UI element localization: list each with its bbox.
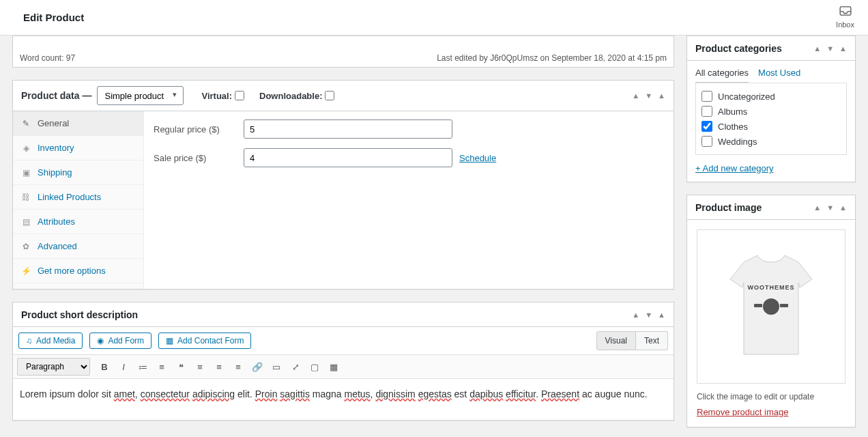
tag-icon: ◈	[21, 143, 31, 153]
link-icon: ⛓	[21, 193, 31, 202]
move-up-icon[interactable]: ▲	[632, 91, 639, 100]
category-checkbox[interactable]	[701, 106, 712, 117]
link-button[interactable]: 🔗	[248, 358, 266, 376]
inbox-icon	[836, 5, 854, 18]
contact-form-icon: ▦	[166, 336, 173, 346]
tshirt-icon: WOOTHEMES	[723, 252, 819, 361]
form-icon: ◉	[97, 336, 104, 346]
category-checkbox[interactable]	[701, 91, 712, 102]
collapse-icon[interactable]: ▲	[658, 311, 665, 319]
tab-inventory[interactable]: ◈Inventory	[13, 136, 143, 160]
move-up-icon[interactable]: ▲	[813, 203, 821, 212]
regular-price-label: Regular price ($)	[154, 124, 244, 135]
remove-image-link[interactable]: Remove product image	[697, 407, 788, 417]
categories-title: Product categories	[695, 43, 813, 54]
italic-button[interactable]: I	[115, 358, 132, 376]
all-categories-tab[interactable]: All categories	[695, 68, 749, 83]
product-data-panel: Product data — Simple product Virtual: D…	[12, 80, 674, 290]
tab-attributes[interactable]: ▤Attributes	[13, 210, 143, 234]
toolbar-toggle-button[interactable]: ▦	[325, 358, 343, 376]
category-item[interactable]: Uncategorized	[701, 89, 841, 104]
move-down-icon[interactable]: ▼	[826, 44, 834, 53]
gear-icon: ✿	[21, 242, 31, 251]
wrench-icon: ✎	[21, 119, 31, 128]
inbox-button[interactable]: Inbox	[836, 5, 854, 29]
collapse-icon[interactable]: ▲	[839, 44, 847, 53]
virtual-label: Virtual:	[201, 91, 232, 101]
product-type-select[interactable]: Simple product	[97, 86, 184, 105]
bullet-list-button[interactable]: ≔	[134, 358, 151, 376]
collapse-icon[interactable]: ▲	[839, 203, 847, 212]
page-title: Edit Product	[23, 12, 84, 23]
paragraph-select[interactable]: Paragraph	[17, 358, 90, 376]
rich-text-toolbar: Paragraph B I ≔ ≡ ❝ ≡ ≡ ≡ 🔗 ▭ ⤢ ▢ ▦	[13, 354, 674, 379]
downloadable-checkbox[interactable]	[325, 91, 334, 100]
add-contact-form-button[interactable]: ▦Add Contact Form	[158, 333, 251, 349]
product-image-thumbnail[interactable]: WOOTHEMES	[697, 229, 845, 384]
svg-rect-3	[754, 304, 762, 307]
align-center-button[interactable]: ≡	[210, 358, 228, 376]
plugin-icon: ⚡	[21, 266, 31, 276]
collapse-icon[interactable]: ▲	[658, 91, 665, 100]
svg-point-2	[763, 298, 779, 315]
word-count: Word count: 97	[20, 53, 75, 63]
most-used-tab[interactable]: Most Used	[758, 68, 800, 83]
list-icon: ▤	[21, 217, 31, 227]
sale-price-input[interactable]	[244, 148, 452, 167]
move-down-icon[interactable]: ▼	[826, 203, 834, 212]
schedule-link[interactable]: Schedule	[459, 153, 496, 163]
svg-text:WOOTHEMES: WOOTHEMES	[748, 284, 795, 291]
move-down-icon[interactable]: ▼	[645, 91, 652, 100]
inbox-label: Inbox	[836, 20, 854, 29]
number-list-button[interactable]: ≡	[153, 358, 171, 376]
product-image-title: Product image	[695, 202, 813, 213]
last-edited: Last edited by J6r0QpUmsz on September 1…	[437, 53, 667, 63]
visual-tab[interactable]: Visual	[596, 331, 636, 350]
svg-rect-0	[840, 7, 851, 15]
product-categories-panel: Product categories ▲ ▼ ▲ All categories …	[686, 36, 856, 182]
tab-general[interactable]: ✎General	[13, 111, 143, 136]
move-down-icon[interactable]: ▼	[645, 311, 652, 319]
tab-linked-products[interactable]: ⛓Linked Products	[13, 185, 143, 210]
sale-price-label: Sale price ($)	[154, 153, 244, 163]
word-count-bar: Word count: 97 Last edited by J6r0QpUmsz…	[12, 49, 674, 68]
readmore-button[interactable]: ▭	[267, 358, 285, 376]
short-description-panel: Product short description ▲ ▼ ▲ ♫Add Med…	[12, 302, 674, 421]
tab-advanced[interactable]: ✿Advanced	[13, 234, 143, 259]
quote-button[interactable]: ❝	[172, 358, 190, 376]
page-header: Edit Product Inbox	[0, 0, 868, 36]
editor-content[interactable]: Lorem ipsum dolor sit amet, consectetur …	[13, 379, 674, 420]
product-data-label: Product data —	[21, 90, 91, 101]
category-item[interactable]: Weddings	[701, 134, 841, 149]
truck-icon: ▣	[21, 168, 31, 178]
regular-price-input[interactable]	[244, 119, 452, 139]
product-image-panel: Product image ▲ ▼ ▲ WOOTHEMES	[686, 195, 856, 427]
move-up-icon[interactable]: ▲	[632, 311, 639, 319]
media-icon: ♫	[26, 336, 32, 346]
svg-rect-4	[780, 304, 788, 307]
short-description-title: Product short description	[21, 309, 632, 320]
add-form-button[interactable]: ◉Add Form	[89, 333, 151, 349]
tab-get-more[interactable]: ⚡Get more options	[13, 259, 143, 283]
move-up-icon[interactable]: ▲	[813, 44, 821, 53]
category-checkbox[interactable]	[701, 121, 712, 132]
distraction-free-button[interactable]: ▢	[306, 358, 323, 376]
image-help-text: Click the image to edit or update	[697, 392, 845, 401]
bold-button[interactable]: B	[96, 358, 113, 376]
add-new-category-link[interactable]: + Add new category	[687, 155, 855, 182]
product-data-header: Product data — Simple product Virtual: D…	[13, 81, 674, 111]
category-list: Uncategorized Albums Clothes Weddings	[695, 83, 847, 155]
category-item[interactable]: Albums	[701, 104, 841, 119]
virtual-checkbox[interactable]	[235, 91, 244, 100]
downloadable-label: Downloadable:	[259, 91, 322, 101]
editor-placeholder	[12, 36, 674, 49]
category-checkbox[interactable]	[701, 136, 712, 147]
text-tab[interactable]: Text	[636, 331, 668, 350]
fullscreen-button[interactable]: ⤢	[287, 358, 304, 376]
align-right-button[interactable]: ≡	[229, 358, 247, 376]
add-media-button[interactable]: ♫Add Media	[18, 333, 83, 349]
align-left-button[interactable]: ≡	[191, 358, 209, 376]
category-item[interactable]: Clothes	[701, 119, 841, 134]
tab-shipping[interactable]: ▣Shipping	[13, 160, 143, 185]
